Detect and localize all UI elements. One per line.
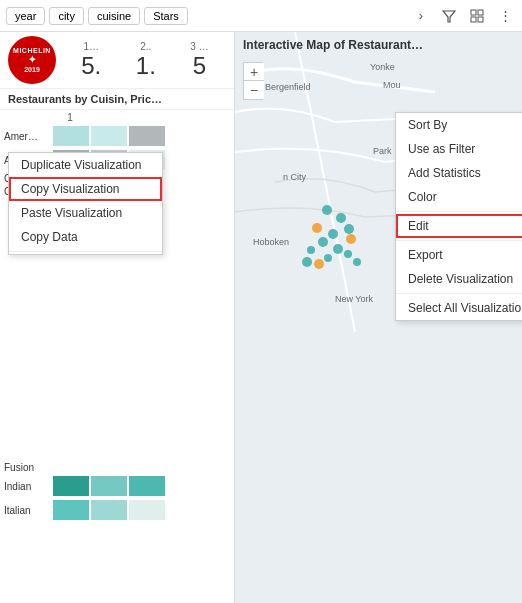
ctx-divider bbox=[9, 251, 162, 252]
svg-point-21 bbox=[333, 244, 343, 254]
filter-icon[interactable] bbox=[438, 5, 460, 27]
svg-text:New York: New York bbox=[335, 294, 374, 304]
ctx-duplicate[interactable]: Duplicate Visualization bbox=[9, 153, 162, 177]
svg-text:Bergenfield: Bergenfield bbox=[265, 82, 311, 92]
filter-stars[interactable]: Stars bbox=[144, 7, 188, 25]
svg-point-20 bbox=[307, 246, 315, 254]
ctx-use-as-filter-label: Use as Filter bbox=[408, 142, 475, 156]
filter-bar: year city cuisine Stars › ⋮ bbox=[0, 0, 522, 32]
ctx-paste[interactable]: Paste Visualization bbox=[9, 201, 162, 225]
zoom-out-button[interactable]: − bbox=[244, 81, 264, 99]
svg-marker-0 bbox=[443, 11, 455, 22]
main-content: MICHELIN ✦ 2019 1… 5. 2.. 1. 3 … 5 bbox=[0, 32, 522, 603]
ctx-edit[interactable]: Edit › bbox=[396, 214, 522, 238]
more-icon[interactable]: ⋮ bbox=[494, 5, 516, 27]
svg-point-13 bbox=[322, 205, 332, 215]
filter-city[interactable]: city bbox=[49, 7, 84, 25]
svg-point-19 bbox=[346, 234, 356, 244]
svg-rect-2 bbox=[478, 10, 483, 15]
ctx-use-as-filter[interactable]: Use as Filter bbox=[396, 137, 522, 161]
ctx-delete[interactable]: Delete Visualization bbox=[396, 267, 522, 291]
ctx-right-divider bbox=[396, 211, 522, 212]
ctx-add-statistics[interactable]: Add Statistics › bbox=[396, 161, 522, 185]
svg-point-16 bbox=[328, 229, 338, 239]
ctx-right-divider-3 bbox=[396, 293, 522, 294]
svg-text:Yonke: Yonke bbox=[370, 62, 395, 72]
right-panel: Interactive Map of Restaurant… + − Berge… bbox=[235, 32, 522, 603]
ctx-delete-label: Delete Visualization bbox=[408, 272, 513, 286]
svg-point-25 bbox=[302, 257, 312, 267]
ctx-copy-data[interactable]: Copy Data bbox=[9, 225, 162, 249]
ctx-export[interactable]: Export › bbox=[396, 243, 522, 267]
left-panel: MICHELIN ✦ 2019 1… 5. 2.. 1. 3 … 5 bbox=[0, 32, 235, 603]
svg-text:Hoboken: Hoboken bbox=[253, 237, 289, 247]
context-menu-right: Sort By › Use as Filter Add Statistics ›… bbox=[395, 112, 522, 321]
ctx-edit-label: Edit bbox=[408, 219, 429, 233]
context-menu-overlay: Duplicate Visualization Copy Visualizati… bbox=[0, 32, 234, 603]
ctx-color-label: Color bbox=[408, 190, 437, 204]
filter-year[interactable]: year bbox=[6, 7, 45, 25]
svg-point-18 bbox=[318, 237, 328, 247]
map-zoom-controls: + − bbox=[243, 62, 263, 100]
ctx-sort-by[interactable]: Sort By › bbox=[396, 113, 522, 137]
svg-point-14 bbox=[336, 213, 346, 223]
ctx-right-divider-2 bbox=[396, 240, 522, 241]
svg-point-22 bbox=[324, 254, 332, 262]
svg-point-24 bbox=[344, 250, 352, 258]
svg-rect-4 bbox=[478, 17, 483, 22]
context-menu-left: Duplicate Visualization Copy Visualizati… bbox=[8, 152, 163, 255]
ctx-add-statistics-label: Add Statistics bbox=[408, 166, 481, 180]
ctx-copy-visualization[interactable]: Copy Visualization bbox=[9, 177, 162, 201]
ctx-select-all-label: Select All Visualizations bbox=[408, 301, 522, 315]
zoom-in-button[interactable]: + bbox=[244, 63, 264, 81]
svg-text:n City: n City bbox=[283, 172, 307, 182]
map-title: Interactive Map of Restaurant… bbox=[243, 38, 423, 52]
ctx-export-label: Export bbox=[408, 248, 443, 262]
svg-point-15 bbox=[312, 223, 322, 233]
filter-icons: › ⋮ bbox=[410, 5, 516, 27]
svg-rect-3 bbox=[471, 17, 476, 22]
chevron-right-icon[interactable]: › bbox=[410, 5, 432, 27]
filter-cuisine[interactable]: cuisine bbox=[88, 7, 140, 25]
ctx-select-all[interactable]: Select All Visualizations bbox=[396, 296, 522, 320]
svg-point-23 bbox=[314, 259, 324, 269]
ctx-color[interactable]: Color › bbox=[396, 185, 522, 209]
svg-text:Park: Park bbox=[373, 146, 392, 156]
ctx-sort-by-label: Sort By bbox=[408, 118, 447, 132]
grid-icon[interactable] bbox=[466, 5, 488, 27]
svg-point-26 bbox=[353, 258, 361, 266]
svg-point-17 bbox=[344, 224, 354, 234]
svg-rect-1 bbox=[471, 10, 476, 15]
svg-text:Mou: Mou bbox=[383, 80, 401, 90]
